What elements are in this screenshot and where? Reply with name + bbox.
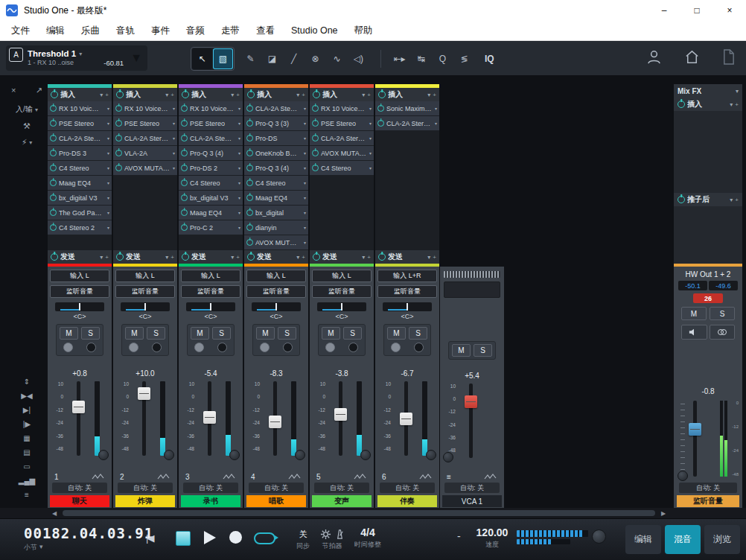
add-send-button[interactable]: + [105, 254, 109, 261]
input-button[interactable]: 输入 L [312, 270, 372, 282]
chevron-down-icon[interactable]: ▾ [173, 165, 175, 171]
fader-handle[interactable] [334, 408, 347, 421]
automation-icon[interactable] [484, 473, 497, 480]
insert-slot[interactable]: AVOX MUTA… ▾ [113, 161, 177, 175]
power-icon[interactable] [51, 91, 58, 98]
loop-button[interactable] [253, 531, 280, 546]
automation-mode-button[interactable]: 自动: 关 [444, 483, 500, 493]
io-toggle[interactable]: 入/输 ▾ [16, 104, 38, 115]
chevron-down-icon[interactable]: ▾ [304, 180, 306, 185]
power-icon[interactable] [115, 150, 122, 156]
fader-track[interactable] [142, 381, 146, 456]
fader-track[interactable] [208, 381, 211, 456]
solo-button[interactable]: S [147, 327, 165, 340]
power-icon[interactable] [181, 179, 188, 186]
input-button[interactable]: 输入 L [246, 270, 306, 282]
add-insert-button[interactable]: + [367, 92, 371, 98]
pan-slider[interactable] [383, 302, 432, 311]
monitor-toggle[interactable] [414, 343, 424, 352]
chevron-down-icon[interactable]: ▾ [107, 150, 109, 156]
channel-name[interactable]: 变声 [312, 495, 372, 507]
metronome-icon[interactable] [335, 529, 345, 540]
power-icon[interactable] [377, 105, 384, 112]
chevron-down-icon[interactable]: ▾ [238, 210, 240, 215]
add-insert-button[interactable]: + [170, 92, 174, 98]
menu-item[interactable]: 查看 [248, 25, 283, 37]
automation-icon[interactable] [223, 473, 236, 480]
cue-mix-button[interactable]: 监听音量 [115, 285, 175, 298]
insert-slot[interactable]: CLA-2A Ste… ▾ [244, 101, 308, 115]
inserts-header[interactable]: 插入 ▾ + [244, 88, 308, 101]
chevron-down-icon[interactable]: ▾ [304, 240, 306, 245]
time-display[interactable]: 00182.04.03.91 小节 ▾ [24, 525, 153, 553]
insert-slot[interactable]: AVOX MUTA… ▾ [310, 146, 374, 160]
mute-button[interactable]: M [256, 327, 275, 340]
channel-knob[interactable] [360, 450, 371, 460]
tool-button[interactable]: ⊗ [305, 48, 325, 69]
channel-name[interactable]: 录书 [181, 495, 240, 507]
snap-tool-button[interactable]: Q [433, 48, 453, 69]
power-icon[interactable] [246, 150, 253, 156]
power-icon[interactable] [50, 179, 57, 186]
snap-tool-button[interactable]: ⇤▸ [389, 48, 409, 69]
mute-button[interactable]: M [322, 327, 340, 340]
insert-slot[interactable]: bx_digital V3 ▾ [179, 191, 243, 205]
bus-channels-icon[interactable]: ▭ [23, 462, 30, 471]
chevron-down-icon[interactable]: ▾ [427, 254, 430, 261]
chevron-down-icon[interactable]: ▾ [173, 136, 175, 141]
mixfx-header[interactable]: Mix FX ▾ [674, 84, 742, 98]
instrument-tracks-icon[interactable]: ▤ [23, 448, 30, 456]
power-icon[interactable] [50, 150, 57, 156]
record-arm-button[interactable] [194, 343, 204, 352]
sends-header[interactable]: 发送 ▾ + [244, 250, 308, 264]
chevron-down-icon[interactable]: ▾ [369, 106, 372, 111]
cue-mix-button[interactable]: 监听音量 [50, 285, 109, 298]
insert-slot[interactable]: RX 10 Voic… ▾ [48, 101, 112, 115]
add-send-button[interactable]: + [302, 254, 305, 261]
chevron-down-icon[interactable]: ▾ [173, 150, 175, 156]
clip-indicator[interactable]: 26 [693, 293, 723, 303]
scroll-left-icon[interactable]: ◀ [52, 508, 57, 518]
fader-handle[interactable] [138, 387, 150, 400]
insert-slot[interactable]: CLA-2A Ster… ▾ [113, 131, 177, 145]
insert-slot[interactable]: RX 10 Voice… ▾ [310, 101, 374, 115]
chevron-down-icon[interactable]: ▾ [736, 88, 739, 95]
add-send-button[interactable]: + [170, 254, 174, 261]
chevron-down-icon[interactable]: ▾ [107, 195, 109, 200]
chevron-down-icon[interactable]: ▾ [238, 150, 240, 156]
fader-track[interactable] [77, 381, 80, 456]
power-icon[interactable] [246, 209, 253, 216]
input-button[interactable]: 输入 L [50, 270, 109, 282]
channel-name[interactable]: 伴奏 [377, 495, 437, 507]
fader-handle[interactable] [72, 401, 85, 413]
power-icon[interactable] [378, 91, 386, 98]
collapse-strips-icon[interactable]: ⇕ [24, 378, 30, 386]
menu-item[interactable]: 乐曲 [73, 25, 108, 37]
cloud-file-icon[interactable] [721, 48, 736, 66]
fader-handle[interactable] [269, 416, 281, 428]
power-icon[interactable] [50, 224, 57, 231]
power-icon[interactable] [181, 224, 188, 231]
inserts-header[interactable]: 插入 ▾ + [113, 88, 177, 101]
power-icon[interactable] [181, 150, 188, 156]
insert-slot[interactable]: C4 Stereo ▾ [310, 161, 374, 175]
inserts-header[interactable]: 插入 ▾ + [674, 98, 742, 111]
chevron-down-icon[interactable]: ▾ [304, 195, 306, 200]
monitor-toggle[interactable] [283, 343, 293, 352]
record-arm-button[interactable] [129, 343, 138, 352]
power-icon[interactable] [182, 91, 189, 98]
power-icon[interactable] [182, 253, 189, 261]
menu-item[interactable]: 编辑 [38, 25, 73, 37]
cue-mix-button[interactable]: 监听音量 [246, 285, 306, 298]
channel-knob[interactable] [443, 452, 453, 462]
channel-knob[interactable] [426, 450, 436, 460]
power-icon[interactable] [116, 91, 124, 98]
automation-mode-button[interactable]: 自动: 关 [679, 483, 737, 493]
insert-slot[interactable]: CLA-2A Ste… ▾ [48, 131, 112, 145]
postfader-header[interactable]: 推子后 ▾ + [674, 193, 742, 206]
inserts-header[interactable]: 插入 ▾ + [310, 88, 374, 101]
output-name[interactable]: HW Out 1 + 2 [677, 269, 739, 281]
automation-mode-button[interactable]: 自动: 关 [249, 483, 304, 493]
chevron-down-icon[interactable]: ▾ [107, 136, 109, 141]
solo-button[interactable]: S [474, 344, 492, 357]
